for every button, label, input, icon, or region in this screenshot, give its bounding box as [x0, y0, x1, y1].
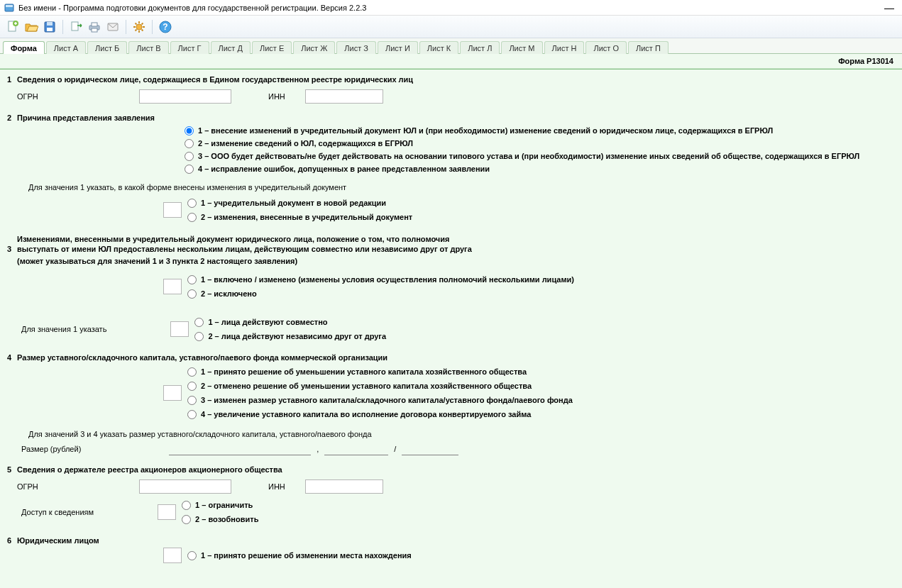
tab-list-p[interactable]: Лист П [628, 41, 669, 54]
svg-rect-1 [6, 5, 13, 7]
amount-sep-comma: , [317, 445, 319, 453]
tab-list-n[interactable]: Лист Н [544, 41, 585, 54]
tab-list-e[interactable]: Лист Е [252, 41, 292, 54]
s3-sub2-opt2-radio[interactable] [194, 332, 204, 341]
form-id-label: Форма Р13014 [0, 54, 902, 69]
s3-line3: (может указываться для значений 1 и 3 пу… [17, 256, 895, 267]
s4-opt4-radio[interactable] [187, 410, 197, 419]
amount-int-input[interactable] [169, 443, 311, 455]
s5-opt1-radio[interactable] [182, 501, 191, 510]
s4-opt2-radio[interactable] [187, 382, 197, 391]
help-button[interactable]: ? [157, 18, 174, 35]
tab-list-o[interactable]: Лист О [585, 41, 627, 54]
svg-rect-5 [47, 22, 53, 26]
section-num: 3 [7, 245, 17, 253]
save-button[interactable] [41, 18, 58, 35]
tabbar: Форма Лист А Лист Б Лист В Лист Г Лист Д… [0, 38, 902, 54]
s2-sub1-input[interactable] [163, 202, 182, 218]
s3-sub1-input[interactable] [163, 279, 182, 294]
s5-ogrn-input[interactable] [139, 479, 231, 494]
settings-button[interactable] [131, 18, 148, 35]
s6-input[interactable] [163, 548, 182, 563]
tab-list-d[interactable]: Лист Д [211, 41, 251, 54]
s2-opt1-radio[interactable] [185, 126, 194, 135]
section-2: 2 Причина представления заявления 1 – вн… [7, 113, 895, 224]
s4-opt2-text: 2 – отменено решение об уменьшении устав… [201, 380, 532, 392]
tab-list-z[interactable]: Лист З [336, 41, 376, 54]
s3-line1: Изменениями, внесенными в учредительный … [17, 234, 895, 245]
s4-opt1-text: 1 – принято решение об уменьшении уставн… [201, 366, 527, 377]
s2-sub1-opt1-text: 1 – учредительный документ в новой редак… [201, 197, 386, 209]
mail-button[interactable] [104, 18, 121, 35]
toolbar: ? [0, 16, 902, 38]
s4-opt3-text: 3 – изменен размер уставного капитала/ск… [201, 394, 573, 406]
tab-list-b[interactable]: Лист Б [87, 41, 127, 54]
s4-input[interactable] [163, 385, 182, 401]
tab-list-m[interactable]: Лист М [501, 41, 542, 54]
s4-opt4-text: 4 – увеличение уставного капитала во исп… [201, 409, 531, 420]
section-title: Юридическим лицом [17, 536, 99, 545]
tab-form[interactable]: Форма [3, 41, 45, 54]
s2-sub1-opt1-radio[interactable] [187, 199, 197, 208]
svg-rect-6 [47, 28, 53, 31]
ogrn-input[interactable] [139, 89, 231, 104]
s2-opt2-text: 2 – изменение сведений о ЮЛ, содержащихс… [198, 138, 413, 149]
tab-list-l[interactable]: Лист Л [460, 41, 500, 54]
s3-sub1-opt2-radio[interactable] [187, 289, 197, 299]
window-title: Без имени - Программа подготовки докумен… [18, 4, 881, 12]
export-button[interactable] [67, 18, 84, 35]
svg-rect-7 [72, 22, 78, 30]
s5-opt2-radio[interactable] [182, 515, 191, 524]
s5-opt2-text: 2 – возобновить [195, 514, 258, 525]
s2-note1: Для значения 1 указать, в какой форме вн… [28, 183, 895, 192]
s5-access-label: Доступ к сведениям [21, 508, 94, 516]
s4-opt3-radio[interactable] [187, 396, 197, 405]
s2-opt4-radio[interactable] [185, 165, 194, 174]
s3-sub1-opt2-text: 2 – исключено [201, 288, 257, 299]
section-title: Сведения о держателе реестра акционеров … [17, 465, 282, 474]
s3-sub1-opt1-text: 1 – включено / изменено (изменены услови… [201, 274, 574, 285]
amount-denom-input[interactable] [402, 443, 458, 455]
titlebar: Без имени - Программа подготовки докумен… [0, 0, 902, 16]
s4-opt1-radio[interactable] [187, 367, 197, 377]
s3-sub2-opt1-radio[interactable] [194, 318, 204, 327]
tab-list-k[interactable]: Лист К [419, 41, 458, 54]
s5-inn-input[interactable] [305, 479, 383, 494]
inn-input[interactable] [305, 89, 383, 104]
form-content: 1 Сведения о юридическом лице, содержащи… [0, 69, 902, 588]
section-1: 1 Сведения о юридическом лице, содержащи… [7, 75, 895, 104]
s3-note2: Для значения 1 указать [21, 325, 106, 333]
s5-access-input[interactable] [158, 504, 176, 520]
ogrn-label: ОГРН [17, 92, 45, 101]
s2-sub1-opt2-radio[interactable] [187, 213, 197, 222]
section-6: 6 Юридическим лицом 1 – принято решение … [7, 536, 895, 563]
s3-sub2-input[interactable] [170, 321, 189, 337]
tab-list-g[interactable]: Лист Г [170, 41, 209, 54]
s3-sub2-opt1-text: 1 – лица действуют совместно [208, 316, 327, 328]
inn-label: ИНН [268, 482, 297, 491]
s2-opt1-text: 1 – внесение изменений в учредительный д… [198, 125, 773, 136]
s6-opt1-radio[interactable] [187, 551, 197, 560]
tab-list-a[interactable]: Лист А [46, 41, 86, 54]
tab-list-i[interactable]: Лист И [378, 41, 418, 54]
s3-line2: выступать от имени ЮЛ предоставлены неск… [17, 245, 472, 253]
s3-sub2-opt2-text: 2 – лица действуют независимо друг от др… [208, 331, 386, 342]
section-num: 1 [7, 75, 17, 84]
section-title: Сведения о юридическом лице, содержащиес… [17, 75, 413, 84]
s2-opt2-radio[interactable] [185, 139, 194, 148]
tab-list-zh[interactable]: Лист Ж [293, 41, 335, 54]
section-num: 2 [7, 113, 17, 122]
svg-rect-10 [92, 28, 97, 32]
toolbar-separator [62, 20, 63, 34]
s3-sub1-opt1-radio[interactable] [187, 275, 197, 284]
section-num: 5 [7, 465, 17, 474]
section-num: 4 [7, 353, 17, 362]
amount-frac-input[interactable] [324, 443, 388, 455]
s2-opt3-radio[interactable] [185, 152, 194, 161]
minimize-button[interactable]: — [881, 2, 898, 13]
tab-list-v[interactable]: Лист В [128, 41, 168, 54]
section-title: Размер уставного/складочного капитала, у… [17, 353, 387, 362]
open-button[interactable] [23, 18, 40, 35]
print-button[interactable] [86, 18, 103, 35]
new-doc-button[interactable] [4, 18, 21, 35]
